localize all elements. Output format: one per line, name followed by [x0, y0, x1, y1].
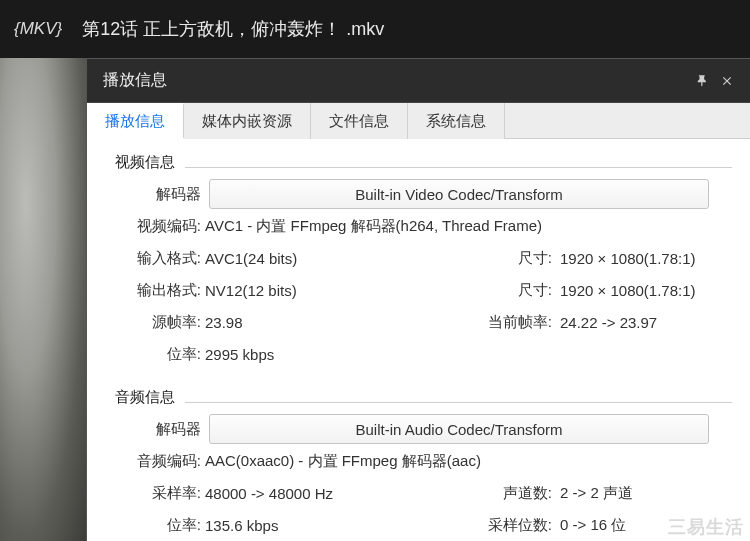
panel-titlebar: 播放信息	[87, 59, 750, 103]
row-value: NV12(12 bits)	[205, 282, 297, 299]
row-value: 135.6 kbps	[205, 517, 278, 534]
row-label: 源帧率:	[115, 313, 205, 332]
row-subvalue: 1920 × 1080(1.78:1)	[552, 282, 732, 299]
audio-decoder-row: 解码器 Built-in Audio Codec/Transform	[115, 413, 732, 445]
row-label: 输出格式:	[115, 281, 205, 300]
panel-body: 视频信息 解码器 Built-in Video Codec/Transform …	[87, 139, 750, 541]
window-titlebar: {MKV} 第12话 正上方敌机，俯冲轰炸！ .mkv	[0, 0, 750, 58]
video-decoder-label: 解码器	[115, 185, 205, 204]
row-value: 48000 -> 48000 Hz	[205, 485, 333, 502]
panel-title-text: 播放信息	[103, 70, 167, 91]
close-icon[interactable]	[720, 74, 734, 88]
row-sublabel: 声道数:	[482, 484, 552, 503]
pin-icon[interactable]	[696, 74, 710, 88]
video-bitrate-row: 位率: 2995 kbps	[115, 338, 732, 370]
row-sublabel: 尺寸:	[482, 249, 552, 268]
tab-playback-info[interactable]: 播放信息	[87, 103, 184, 139]
playback-info-panel: 播放信息 播放信息 媒体内嵌资源 文件信息 系统信息 视频信息 解码器 Buil…	[86, 58, 750, 541]
video-group-title: 视频信息	[115, 153, 175, 172]
row-value: AAC(0xaac0) - 内置 FFmpeg 解码器(aac)	[205, 452, 481, 471]
row-sublabel: 尺寸:	[482, 281, 552, 300]
video-info-group: 视频信息 解码器 Built-in Video Codec/Transform …	[115, 153, 732, 370]
audio-decoder-button[interactable]: Built-in Audio Codec/Transform	[209, 414, 709, 444]
video-decoder-row: 解码器 Built-in Video Codec/Transform	[115, 178, 732, 210]
row-label: 位率:	[115, 345, 205, 364]
audio-codec-row: 音频编码: AAC(0xaac0) - 内置 FFmpeg 解码器(aac)	[115, 445, 732, 477]
row-subvalue: 1920 × 1080(1.78:1)	[552, 250, 732, 267]
window-title: 第12话 正上方敌机，俯冲轰炸！ .mkv	[82, 17, 384, 41]
tab-file-info[interactable]: 文件信息	[311, 103, 408, 139]
row-label: 位率:	[115, 516, 205, 535]
file-ext-tag: {MKV}	[14, 19, 62, 39]
row-label: 视频编码:	[115, 217, 205, 236]
audio-info-group: 音频信息 解码器 Built-in Audio Codec/Transform …	[115, 388, 732, 541]
row-value: AVC1(24 bits)	[205, 250, 297, 267]
row-subvalue: 0 -> 16 位	[552, 516, 732, 535]
row-value: 2995 kbps	[205, 346, 274, 363]
row-label: 音频编码:	[115, 452, 205, 471]
row-value: AVC1 - 内置 FFmpeg 解码器(h264, Thread Frame)	[205, 217, 542, 236]
audio-bitrate-row: 位率: 135.6 kbps 采样位数: 0 -> 16 位	[115, 509, 732, 541]
video-input-fmt-row: 输入格式: AVC1(24 bits) 尺寸: 1920 × 1080(1.78…	[115, 242, 732, 274]
video-source-fps-row: 源帧率: 23.98 当前帧率: 24.22 -> 23.97	[115, 306, 732, 338]
video-viewport[interactable]	[0, 58, 86, 541]
row-sublabel: 采样位数:	[482, 516, 552, 535]
audio-decoder-label: 解码器	[115, 420, 205, 439]
row-subvalue: 24.22 -> 23.97	[552, 314, 732, 331]
video-decoder-button[interactable]: Built-in Video Codec/Transform	[209, 179, 709, 209]
audio-group-title: 音频信息	[115, 388, 175, 407]
row-value: 23.98	[205, 314, 243, 331]
tab-system-info[interactable]: 系统信息	[408, 103, 505, 139]
tab-embedded-resources[interactable]: 媒体内嵌资源	[184, 103, 311, 139]
tab-bar: 播放信息 媒体内嵌资源 文件信息 系统信息	[87, 103, 750, 139]
audio-samplerate-row: 采样率: 48000 -> 48000 Hz 声道数: 2 -> 2 声道	[115, 477, 732, 509]
row-subvalue: 2 -> 2 声道	[552, 484, 732, 503]
video-codec-row: 视频编码: AVC1 - 内置 FFmpeg 解码器(h264, Thread …	[115, 210, 732, 242]
video-output-fmt-row: 输出格式: NV12(12 bits) 尺寸: 1920 × 1080(1.78…	[115, 274, 732, 306]
row-sublabel: 当前帧率:	[482, 313, 552, 332]
row-label: 输入格式:	[115, 249, 205, 268]
row-label: 采样率:	[115, 484, 205, 503]
